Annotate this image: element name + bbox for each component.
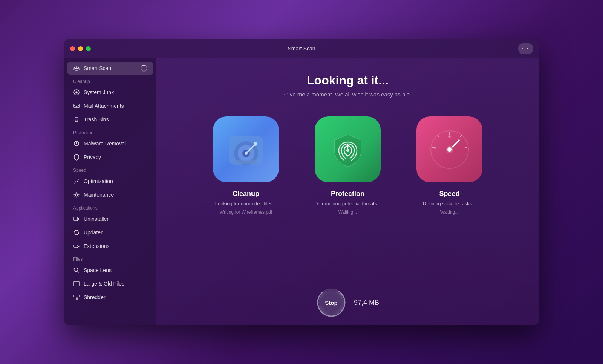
sidebar-item-privacy[interactable]: Privacy xyxy=(67,151,153,164)
maintenance-icon xyxy=(73,191,80,198)
section-label-cleanup: Cleanup xyxy=(64,75,156,86)
sidebar-item-extensions[interactable]: Extensions xyxy=(67,240,153,252)
titlebar: Smart Scan ··· xyxy=(64,39,539,58)
system-junk-label: System Junk xyxy=(84,89,114,95)
optimization-icon xyxy=(73,178,80,185)
svg-line-22 xyxy=(460,135,462,137)
extensions-icon xyxy=(73,243,80,249)
svg-rect-9 xyxy=(74,281,79,286)
smart-scan-icon xyxy=(73,65,80,72)
shredder-icon xyxy=(73,294,80,301)
sidebar-item-optimization[interactable]: Optimization xyxy=(67,175,153,188)
sidebar-item-updater[interactable]: Updater xyxy=(67,226,153,239)
speed-card: Speed Defining suitable tasks... Waiting… xyxy=(406,116,493,215)
mail-icon xyxy=(73,102,80,109)
sidebar-item-shredder[interactable]: Shredder xyxy=(67,291,153,304)
sidebar-item-mail-attachments[interactable]: Mail Attachments xyxy=(67,99,153,112)
updater-icon xyxy=(73,229,80,236)
speed-card-title: Speed xyxy=(439,190,459,198)
scan-cards: Cleanup Looking for unneeded files... Wr… xyxy=(203,116,493,215)
privacy-icon xyxy=(73,154,80,161)
speed-card-status: Defining suitable tasks... xyxy=(423,201,476,206)
malware-icon xyxy=(73,140,80,147)
cleanup-card-title: Cleanup xyxy=(233,190,259,198)
smart-scan-label: Smart Scan xyxy=(84,65,111,71)
svg-line-24 xyxy=(432,147,435,148)
sidebar-item-large-old-files[interactable]: Large & Old Files xyxy=(67,277,153,290)
svg-line-25 xyxy=(438,135,439,137)
cleanup-card-sub-status: Writing for Wireframes.pdf xyxy=(220,210,272,215)
uninstaller-icon xyxy=(73,216,80,222)
sidebar-item-malware-removal[interactable]: Malware Removal xyxy=(67,137,153,150)
content-area: Smart Scan Cleanup System Junk Mail Atta… xyxy=(64,58,539,325)
main-content: Looking at it... Give me a moment. We al… xyxy=(156,58,539,325)
space-lens-icon xyxy=(73,267,80,274)
svg-point-1 xyxy=(76,67,77,69)
uninstaller-label: Uninstaller xyxy=(84,216,109,222)
speed-card-icon xyxy=(416,116,482,182)
svg-rect-3 xyxy=(74,104,79,108)
loading-spinner xyxy=(141,65,147,72)
extensions-label: Extensions xyxy=(84,243,109,249)
large-old-files-label: Large & Old Files xyxy=(84,281,124,287)
maximize-button[interactable] xyxy=(86,46,91,51)
protection-card-status: Determining potential threats... xyxy=(314,201,381,206)
cleanup-card-status: Looking for unneeded files... xyxy=(215,201,277,206)
svg-rect-10 xyxy=(74,295,79,297)
optimization-label: Optimization xyxy=(84,178,113,184)
protection-card-icon xyxy=(315,116,381,182)
svg-point-31 xyxy=(447,147,452,152)
stop-area: Stop 97,4 MB xyxy=(316,288,379,318)
speed-card-sub-status: Waiting... xyxy=(440,210,459,215)
privacy-label: Privacy xyxy=(84,154,101,160)
space-lens-label: Space Lens xyxy=(84,267,112,273)
shredder-label: Shredder xyxy=(84,294,106,300)
sidebar-item-space-lens[interactable]: Space Lens xyxy=(67,264,153,277)
minimize-button[interactable] xyxy=(78,46,83,51)
protection-card-sub-status: Waiting... xyxy=(338,210,357,215)
app-window: Smart Scan ··· Smart Scan Cleanup xyxy=(64,39,539,325)
main-heading: Looking at it... xyxy=(307,73,389,87)
maintenance-label: Maintenance xyxy=(84,192,114,198)
protection-card-title: Protection xyxy=(331,190,364,198)
cleanup-card-icon xyxy=(213,116,279,182)
mb-value: 97,4 MB xyxy=(354,299,379,307)
malware-removal-label: Malware Removal xyxy=(84,141,126,147)
window-title: Smart Scan xyxy=(288,46,315,52)
svg-rect-18 xyxy=(235,160,257,164)
trash-icon xyxy=(73,116,80,123)
section-label-speed: Speed xyxy=(64,164,156,174)
close-button[interactable] xyxy=(70,46,75,51)
sidebar-item-trash-bins[interactable]: Trash Bins xyxy=(67,113,153,126)
svg-point-19 xyxy=(346,149,349,152)
stop-button-wrap: Stop xyxy=(316,288,346,318)
protection-card: Protection Determining potential threats… xyxy=(305,116,391,215)
stop-button[interactable]: Stop xyxy=(318,290,344,315)
main-subtitle: Give me a moment. We all wish it was eas… xyxy=(284,91,411,98)
updater-label: Updater xyxy=(84,229,103,236)
sidebar-item-smart-scan[interactable]: Smart Scan xyxy=(67,62,153,75)
svg-point-26 xyxy=(448,135,451,138)
section-label-files: Files xyxy=(64,253,156,263)
cleanup-card: Cleanup Looking for unneeded files... Wr… xyxy=(203,116,289,215)
sidebar: Smart Scan Cleanup System Junk Mail Atta… xyxy=(64,58,156,325)
mail-attachments-label: Mail Attachments xyxy=(84,103,124,109)
sidebar-item-uninstaller[interactable]: Uninstaller xyxy=(67,213,153,225)
svg-point-17 xyxy=(254,142,257,146)
more-button[interactable]: ··· xyxy=(518,43,533,54)
section-label-protection: Protection xyxy=(64,126,156,137)
trash-bins-label: Trash Bins xyxy=(84,116,109,122)
svg-line-23 xyxy=(465,147,467,148)
disk-icon xyxy=(223,127,269,172)
system-junk-icon xyxy=(73,89,80,96)
svg-rect-7 xyxy=(74,245,77,247)
sidebar-item-maintenance[interactable]: Maintenance xyxy=(67,188,153,201)
svg-point-28 xyxy=(434,147,436,149)
svg-point-5 xyxy=(75,194,78,196)
sidebar-item-system-junk[interactable]: System Junk xyxy=(67,86,153,99)
speedometer-icon xyxy=(427,127,472,172)
fingerprint-icon xyxy=(329,131,367,168)
large-files-icon xyxy=(73,280,80,287)
traffic-lights xyxy=(70,46,91,51)
section-label-applications: Applications xyxy=(64,202,156,212)
